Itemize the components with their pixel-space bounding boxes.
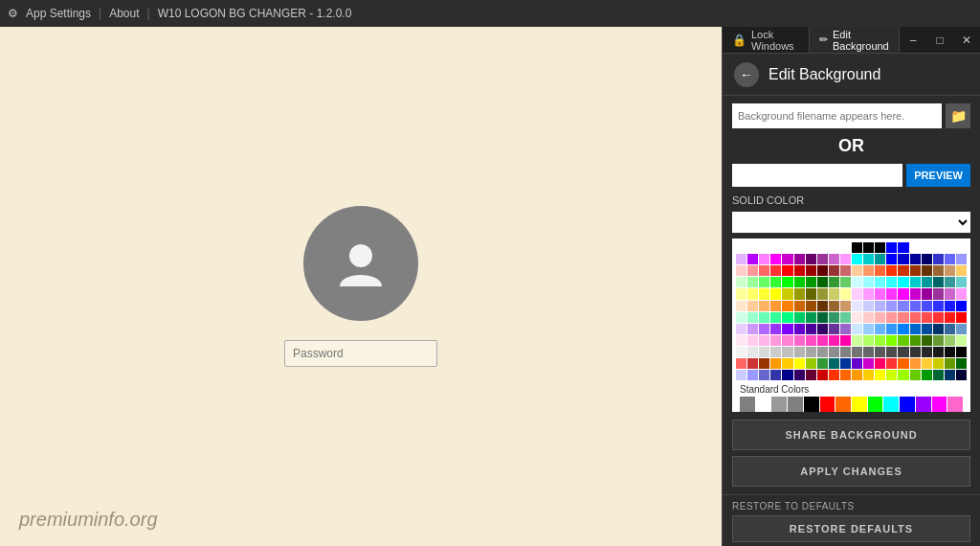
color-swatch[interactable]: [794, 335, 805, 346]
color-swatch[interactable]: [886, 347, 897, 357]
color-swatch[interactable]: [922, 335, 932, 346]
color-swatch[interactable]: [875, 265, 885, 276]
color-swatch[interactable]: [886, 277, 897, 287]
color-swatch[interactable]: [770, 370, 781, 380]
color-swatch[interactable]: [875, 288, 885, 299]
color-swatch[interactable]: [736, 312, 746, 323]
color-swatch[interactable]: [945, 254, 955, 264]
color-swatch[interactable]: [782, 254, 792, 264]
color-swatch[interactable]: [806, 301, 816, 311]
color-swatch[interactable]: [840, 335, 851, 346]
color-swatch[interactable]: [875, 277, 885, 287]
color-swatch[interactable]: [956, 312, 967, 323]
color-swatch[interactable]: [770, 358, 781, 369]
color-swatch[interactable]: [770, 335, 781, 346]
color-swatch[interactable]: [840, 301, 851, 311]
standard-color-swatch[interactable]: [740, 397, 755, 412]
color-swatch[interactable]: [782, 347, 792, 357]
color-swatch[interactable]: [852, 358, 862, 369]
color-swatch[interactable]: [945, 265, 955, 276]
color-swatch[interactable]: [829, 277, 839, 287]
color-swatch[interactable]: [840, 312, 851, 323]
color-swatch[interactable]: [886, 358, 897, 369]
color-swatch[interactable]: [794, 370, 805, 380]
color-swatch[interactable]: [922, 301, 932, 311]
color-swatch[interactable]: [886, 335, 897, 346]
color-swatch[interactable]: [910, 265, 921, 276]
color-swatch[interactable]: [747, 312, 758, 323]
color-swatch[interactable]: [910, 254, 921, 264]
color-swatch[interactable]: [782, 277, 792, 287]
color-swatch[interactable]: [794, 242, 805, 253]
color-swatch[interactable]: [840, 324, 851, 334]
standard-color-swatch[interactable]: [788, 397, 803, 412]
color-swatch[interactable]: [910, 301, 921, 311]
standard-color-swatch[interactable]: [900, 397, 915, 412]
color-swatch[interactable]: [933, 324, 944, 334]
color-swatch[interactable]: [736, 324, 746, 334]
color-swatch[interactable]: [922, 312, 932, 323]
color-swatch[interactable]: [747, 335, 758, 346]
color-input[interactable]: [732, 164, 902, 187]
color-swatch[interactable]: [806, 370, 816, 380]
color-swatch[interactable]: [829, 301, 839, 311]
color-swatch[interactable]: [759, 242, 769, 253]
color-swatch[interactable]: [886, 265, 897, 276]
color-swatch[interactable]: [933, 254, 944, 264]
color-swatch[interactable]: [898, 335, 908, 346]
color-swatch[interactable]: [736, 347, 746, 357]
color-swatch[interactable]: [852, 312, 862, 323]
color-swatch[interactable]: [770, 347, 781, 357]
color-swatch[interactable]: [747, 254, 758, 264]
color-swatch[interactable]: [863, 277, 874, 287]
color-swatch[interactable]: [933, 358, 944, 369]
app-settings-link[interactable]: App Settings: [26, 7, 91, 20]
standard-color-swatch[interactable]: [804, 397, 819, 412]
color-swatch[interactable]: [933, 288, 944, 299]
color-swatch[interactable]: [922, 265, 932, 276]
color-swatch[interactable]: [863, 242, 874, 253]
minimize-button[interactable]: –: [900, 27, 926, 53]
color-swatch[interactable]: [747, 242, 758, 253]
color-swatch[interactable]: [886, 301, 897, 311]
color-swatch[interactable]: [945, 277, 955, 287]
color-swatch[interactable]: [840, 358, 851, 369]
color-swatch[interactable]: [759, 358, 769, 369]
color-swatch[interactable]: [945, 312, 955, 323]
color-swatch[interactable]: [910, 370, 921, 380]
color-swatch[interactable]: [736, 288, 746, 299]
color-swatch[interactable]: [829, 288, 839, 299]
color-swatch[interactable]: [806, 277, 816, 287]
color-swatch[interactable]: [945, 288, 955, 299]
color-swatch[interactable]: [806, 242, 816, 253]
color-swatch[interactable]: [956, 358, 967, 369]
color-swatch[interactable]: [910, 288, 921, 299]
color-swatch[interactable]: [770, 288, 781, 299]
color-swatch[interactable]: [910, 242, 921, 253]
color-swatch[interactable]: [922, 324, 932, 334]
about-link[interactable]: About: [109, 7, 139, 20]
color-swatch[interactable]: [794, 324, 805, 334]
color-swatch[interactable]: [817, 242, 828, 253]
color-swatch[interactable]: [863, 370, 874, 380]
color-swatch[interactable]: [956, 335, 967, 346]
color-swatch[interactable]: [840, 370, 851, 380]
color-swatch[interactable]: [875, 335, 885, 346]
color-swatch[interactable]: [863, 265, 874, 276]
color-swatch[interactable]: [956, 265, 967, 276]
color-swatch[interactable]: [898, 265, 908, 276]
color-swatch[interactable]: [736, 358, 746, 369]
color-swatch[interactable]: [956, 324, 967, 334]
color-swatch[interactable]: [817, 347, 828, 357]
color-swatch[interactable]: [794, 347, 805, 357]
color-swatch[interactable]: [759, 288, 769, 299]
color-swatch[interactable]: [736, 370, 746, 380]
standard-color-swatch[interactable]: [771, 397, 787, 412]
color-swatch[interactable]: [898, 324, 908, 334]
color-swatch[interactable]: [910, 335, 921, 346]
color-swatch[interactable]: [806, 335, 816, 346]
color-swatch[interactable]: [886, 312, 897, 323]
color-swatch[interactable]: [910, 358, 921, 369]
color-swatch[interactable]: [956, 254, 967, 264]
color-swatch[interactable]: [945, 335, 955, 346]
